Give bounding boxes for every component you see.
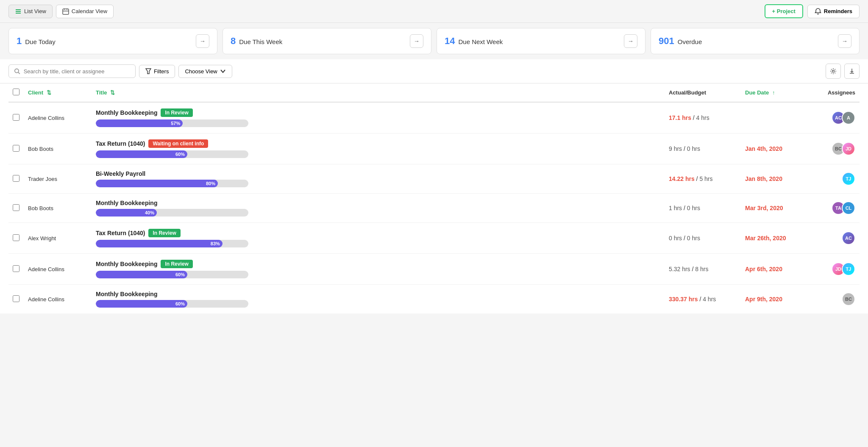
due-this-week-count: 8 xyxy=(231,36,236,47)
title-cell[interactable]: Bi-Weekly Payroll80% xyxy=(92,164,665,194)
due-date-cell: Mar 3rd, 2020 xyxy=(741,194,809,223)
progress-bar: 83% xyxy=(96,240,248,247)
chevron-down-icon xyxy=(220,68,226,74)
title-cell[interactable]: Monthly Bookkeeping40% xyxy=(92,194,665,223)
progress-bar: 60% xyxy=(96,300,248,308)
client-column-header[interactable]: Client ⇅ xyxy=(24,83,92,102)
summary-card-overdue[interactable]: 901 Overdue → xyxy=(651,28,860,54)
client-name: Adeline Collins xyxy=(28,115,64,121)
budget-hours: 5 hrs xyxy=(699,175,712,182)
progress-bar-fill: 80% xyxy=(96,180,218,187)
table-row: Bob BootsTax Return (1040)Waiting on cli… xyxy=(8,133,860,164)
settings-button[interactable] xyxy=(826,64,841,79)
task-status-badge: Waiting on client info xyxy=(148,139,208,148)
reminders-button[interactable]: Reminders xyxy=(807,5,860,18)
due-today-arrow[interactable]: → xyxy=(196,34,209,48)
due-date-column-header[interactable]: Due Date ↑ xyxy=(741,83,809,102)
title-cell[interactable]: Tax Return (1040)In Review83% xyxy=(92,223,665,254)
select-all-checkbox[interactable] xyxy=(13,89,19,95)
gear-icon xyxy=(830,68,837,75)
avatar: JD xyxy=(842,142,855,155)
svg-point-7 xyxy=(15,69,19,72)
progress-percentage: 80% xyxy=(206,181,215,186)
budget-cell: 17.1 hrs / 4 hrs xyxy=(665,102,741,133)
row-checkbox[interactable] xyxy=(13,265,19,272)
calendar-view-button[interactable]: Calendar View xyxy=(56,5,114,18)
due-date-text: Apr 9th, 2020 xyxy=(745,296,782,303)
actual-hours: 5.32 hrs xyxy=(669,266,690,272)
row-checkbox[interactable] xyxy=(13,175,19,182)
tasks-table: Client ⇅ Title ⇅ Actual/Budget Due Date … xyxy=(8,83,860,314)
due-next-week-label: Due Next Week xyxy=(458,38,503,45)
progress-bar-fill: 83% xyxy=(96,240,223,247)
client-name: Bob Boots xyxy=(28,146,53,152)
progress-percentage: 60% xyxy=(175,272,185,277)
due-date-text: Jan 4th, 2020 xyxy=(745,145,782,152)
assignees-cell: JDTJ xyxy=(809,254,860,285)
calendar-icon xyxy=(62,8,69,15)
budget-hours: 4 hrs xyxy=(696,114,709,121)
title-cell[interactable]: Monthly BookkeepingIn Review57% xyxy=(92,102,665,133)
client-cell: Bob Boots xyxy=(24,133,92,164)
overdue-count: 901 xyxy=(659,36,674,47)
svg-marker-9 xyxy=(146,69,151,74)
summary-card-due-this-week[interactable]: 8 Due This Week → xyxy=(223,28,431,54)
task-status-badge: In Review xyxy=(161,108,192,117)
progress-percentage: 40% xyxy=(145,210,154,215)
due-this-week-arrow[interactable]: → xyxy=(410,34,423,48)
bell-icon xyxy=(815,8,821,15)
filter-icon xyxy=(145,68,151,74)
add-project-button[interactable]: + Project xyxy=(765,4,803,18)
row-checkbox[interactable] xyxy=(13,234,19,241)
svg-line-8 xyxy=(18,72,20,74)
title-column-header[interactable]: Title ⇅ xyxy=(92,83,665,102)
assignees-list: BCJD xyxy=(813,142,855,155)
assignees-cell: BCJD xyxy=(809,133,860,164)
row-checkbox[interactable] xyxy=(13,114,19,121)
search-box[interactable] xyxy=(8,64,136,78)
due-date-text: Jan 8th, 2020 xyxy=(745,175,782,182)
row-checkbox[interactable] xyxy=(13,295,19,302)
client-cell: Alex Wright xyxy=(24,223,92,254)
assignees-list: JDTJ xyxy=(813,262,855,276)
filters-button[interactable]: Filters xyxy=(139,65,175,78)
assignees-cell: BC xyxy=(809,285,860,314)
budget-hours: 8 hrs xyxy=(695,266,708,272)
row-checkbox[interactable] xyxy=(13,204,19,211)
svg-rect-3 xyxy=(63,9,69,14)
overdue-arrow[interactable]: → xyxy=(838,34,851,48)
due-date-text: Mar 26th, 2020 xyxy=(745,235,786,242)
avatar: TJ xyxy=(842,262,855,276)
avatar: AC xyxy=(842,231,855,245)
budget-cell: 330.37 hrs / 4 hrs xyxy=(665,285,741,314)
search-input[interactable] xyxy=(24,68,130,75)
search-icon xyxy=(14,68,20,75)
assignees-cell: TACL xyxy=(809,194,860,223)
tasks-table-container: Client ⇅ Title ⇅ Actual/Budget Due Date … xyxy=(0,83,868,314)
summary-card-due-next-week[interactable]: 14 Due Next Week → xyxy=(437,28,645,54)
task-title-text: Bi-Weekly Payroll xyxy=(96,170,145,177)
client-cell: Adeline Collins xyxy=(24,254,92,285)
choose-view-button[interactable]: Choose View xyxy=(178,65,232,78)
summary-card-due-today[interactable]: 1 Due Today → xyxy=(8,28,217,54)
table-row: Trader JoesBi-Weekly Payroll80%14.22 hrs… xyxy=(8,164,860,194)
client-name: Trader Joes xyxy=(28,176,57,182)
summary-bar: 1 Due Today → 8 Due This Week → 14 Due N… xyxy=(0,23,868,59)
download-button[interactable] xyxy=(844,64,860,79)
due-date-cell: Apr 9th, 2020 xyxy=(741,285,809,314)
due-today-label: Due Today xyxy=(25,38,55,45)
title-cell[interactable]: Tax Return (1040)Waiting on client info6… xyxy=(92,133,665,164)
actual-hours: 1 hrs xyxy=(669,205,682,211)
budget-cell: 14.22 hrs / 5 hrs xyxy=(665,164,741,194)
assignees-column-header: Assignees xyxy=(809,83,860,102)
row-checkbox[interactable] xyxy=(13,145,19,152)
actual-hours: 330.37 hrs xyxy=(669,296,698,303)
title-cell[interactable]: Monthly BookkeepingIn Review60% xyxy=(92,254,665,285)
toolbar: Filters Choose View xyxy=(0,59,868,83)
due-next-week-count: 14 xyxy=(445,36,455,47)
due-next-week-arrow[interactable]: → xyxy=(624,34,637,48)
download-icon xyxy=(849,68,855,75)
due-date-text: Apr 6th, 2020 xyxy=(745,266,782,272)
list-view-button[interactable]: List View xyxy=(8,5,53,18)
title-cell[interactable]: Monthly Bookkeeping60% xyxy=(92,285,665,314)
